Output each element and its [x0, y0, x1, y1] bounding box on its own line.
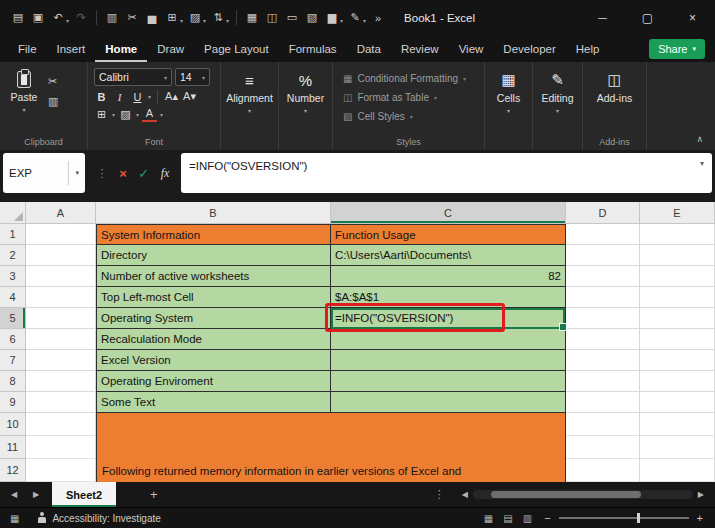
chart2-caret-icon[interactable]: ▾ [340, 17, 343, 24]
fill-color-icon[interactable]: ▨ [185, 7, 205, 29]
pattern-icon[interactable]: ▧ [302, 7, 322, 29]
tab-draw[interactable]: Draw [147, 35, 194, 62]
enter-icon[interactable]: ✓ [138, 166, 149, 181]
maximize-button[interactable]: ▢ [625, 0, 670, 35]
tab-data[interactable]: Data [347, 35, 391, 62]
cells-button[interactable]: ▦ Cells ▾ [485, 62, 532, 114]
cell-A2[interactable] [26, 245, 96, 266]
row-header-1[interactable]: 1 [0, 224, 26, 245]
cell-A9[interactable] [26, 392, 96, 413]
increase-font-icon[interactable]: A▴ [164, 89, 179, 104]
font-color-caret-icon[interactable]: ▾ [160, 111, 163, 118]
accessibility-checker[interactable]: Accessibility: Investigate [37, 512, 160, 524]
column-header-B[interactable]: B [96, 202, 331, 224]
sort-icon[interactable]: ⇅ [208, 7, 228, 29]
page-break-view-icon[interactable]: ▥ [523, 513, 532, 524]
minimize-button[interactable]: ─ [580, 0, 625, 35]
normal-view-icon[interactable]: ▦ [484, 513, 493, 524]
more-commands-icon[interactable]: » [368, 7, 388, 29]
tab-home[interactable]: Home [95, 35, 147, 62]
cell-E9[interactable] [640, 392, 715, 413]
decrease-font-icon[interactable]: A▾ [182, 89, 197, 104]
cell-D3[interactable] [566, 266, 640, 287]
cell-E8[interactable] [640, 371, 715, 392]
insert-function-icon[interactable]: fx [161, 166, 170, 181]
font-size-select[interactable]: 14 ▾ [175, 68, 210, 86]
select-all-corner[interactable] [0, 202, 26, 224]
collapse-ribbon-icon[interactable]: ∧ [696, 134, 703, 144]
cell-A8[interactable] [26, 371, 96, 392]
cancel-icon[interactable]: × [119, 166, 127, 181]
column-header-A[interactable]: A [26, 202, 96, 224]
cell-C9[interactable] [331, 392, 566, 413]
cell-B9[interactable]: Some Text [96, 392, 331, 413]
sheet-nav-right-icon[interactable]: ▶ [28, 490, 44, 499]
cell-A5[interactable] [26, 308, 96, 329]
cells-A10-A12[interactable] [26, 413, 96, 482]
column-header-D[interactable]: D [566, 202, 640, 224]
zoom-slider[interactable] [559, 517, 689, 519]
page-layout-view-icon[interactable]: ▤ [503, 513, 512, 524]
cell-D2[interactable] [566, 245, 640, 266]
cut-icon[interactable]: ✂ [122, 7, 142, 29]
cell-B1[interactable]: System Information [96, 224, 331, 245]
draw-caret-icon[interactable]: ▾ [363, 17, 366, 24]
borders-caret-icon[interactable]: ▾ [112, 111, 115, 118]
cell-C8[interactable] [331, 371, 566, 392]
tab-file[interactable]: File [8, 35, 47, 62]
cell-C4[interactable]: $A:$A$1 [331, 287, 566, 308]
formula-input[interactable]: =INFO("OSVERSION") ▾ [181, 153, 712, 193]
font-family-select[interactable]: Calibri ▾ [94, 68, 172, 86]
italic-button[interactable]: I [112, 89, 127, 104]
bold-button[interactable]: B [94, 89, 109, 104]
tab-page-layout[interactable]: Page Layout [194, 35, 279, 62]
cell-A6[interactable] [26, 329, 96, 350]
undo-caret-icon[interactable]: ▾ [66, 17, 69, 24]
cell-C7[interactable] [331, 350, 566, 371]
table-icon[interactable]: ▦ [242, 7, 262, 29]
conditional-formatting-button[interactable]: ▦ Conditional Formatting ▾ [343, 69, 484, 88]
draw-icon[interactable]: ✎ [345, 7, 365, 29]
cell-E2[interactable] [640, 245, 715, 266]
row-header-2[interactable]: 2 [0, 245, 26, 266]
editing-button[interactable]: ✎ Editing ▾ [533, 62, 582, 114]
underline-caret-icon[interactable]: ▾ [148, 93, 151, 100]
chart-icon[interactable]: ▅ [142, 7, 162, 29]
sheet-status-icon[interactable]: ▦ [10, 513, 19, 524]
cell-C3[interactable]: 82 [331, 266, 566, 287]
sheetbar-dots-icon[interactable]: ⋮ [434, 488, 445, 501]
column-header-C[interactable]: C [331, 202, 566, 224]
cell-A7[interactable] [26, 350, 96, 371]
cell-D4[interactable] [566, 287, 640, 308]
redo-icon[interactable]: ↷ [71, 7, 91, 29]
close-button[interactable]: × [670, 0, 715, 35]
borders-icon[interactable]: ⊞ [162, 7, 182, 29]
cell-D7[interactable] [566, 350, 640, 371]
undo-icon[interactable]: ↶ [48, 7, 68, 29]
cell-B7[interactable]: Excel Version [96, 350, 331, 371]
cell-styles-button[interactable]: ▧ Cell Styles ▾ [343, 107, 484, 126]
scrollbar-track[interactable] [473, 490, 693, 499]
tab-review[interactable]: Review [391, 35, 449, 62]
addins-button[interactable]: ◫ Add-ins [583, 62, 646, 104]
chart2-icon[interactable]: ▆ [322, 7, 342, 29]
cell-A3[interactable] [26, 266, 96, 287]
zoom-in-icon[interactable]: + [697, 512, 703, 524]
cells-E10-E12[interactable] [640, 413, 715, 482]
cell-C6[interactable] [331, 329, 566, 350]
cell-E6[interactable] [640, 329, 715, 350]
sort-caret-icon[interactable]: ▾ [226, 17, 229, 24]
cell-D6[interactable] [566, 329, 640, 350]
cell-D8[interactable] [566, 371, 640, 392]
copy-icon[interactable]: ▥ [48, 94, 58, 108]
cell-B4[interactable]: Top Left-most Cell [96, 287, 331, 308]
fill-caret-icon[interactable]: ▾ [203, 17, 206, 24]
expand-formula-bar-icon[interactable]: ▾ [700, 159, 704, 168]
cell-D9[interactable] [566, 392, 640, 413]
merge-cells-icon[interactable]: ◫ [262, 7, 282, 29]
alignment-button[interactable]: ≡ Alignment ▾ [221, 62, 278, 114]
cell-E1[interactable] [640, 224, 715, 245]
tab-developer[interactable]: Developer [493, 35, 565, 62]
cell-B6[interactable]: Recalculation Mode [96, 329, 331, 350]
cell-C2[interactable]: C:\Users\Aarti\Documents\ [331, 245, 566, 266]
